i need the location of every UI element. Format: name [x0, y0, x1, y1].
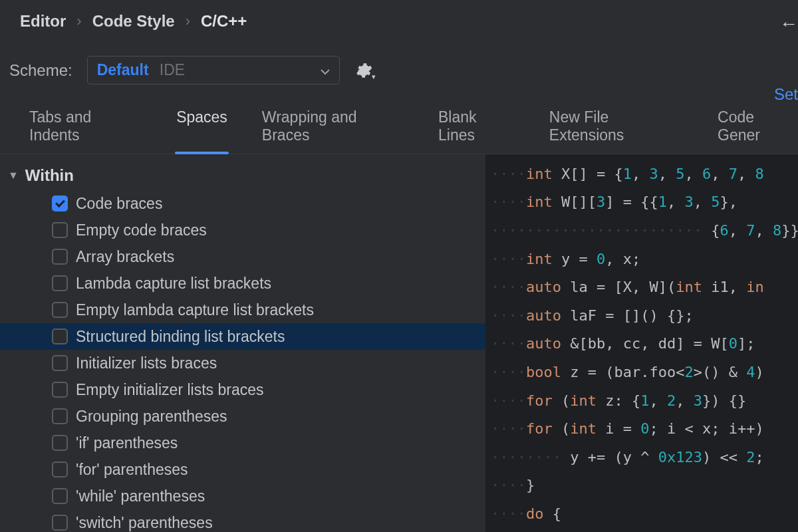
tab-code-gener[interactable]: Code Gener	[718, 103, 798, 154]
tab-spaces[interactable]: Spaces	[176, 103, 227, 154]
code-token-txt: z: {	[597, 392, 640, 409]
whitespace-dots: ····	[491, 392, 526, 409]
checkbox[interactable]	[52, 515, 68, 531]
option-label: 'for' parentheses	[76, 461, 188, 479]
code-token-num: 1	[658, 194, 667, 210]
chevron-down-icon: ▼	[8, 170, 19, 182]
code-token-num: 0x123	[658, 449, 702, 466]
option-empty-lambda-capture-list-brackets[interactable]: Empty lambda capture list brackets	[0, 297, 485, 323]
code-token-txt: ,	[755, 222, 773, 239]
option--switch-parentheses[interactable]: 'switch' parentheses	[0, 509, 485, 532]
option-label: 'if' parentheses	[76, 434, 178, 452]
code-token-txt: ,	[667, 194, 685, 210]
code-token-txt: laF = []() {};	[561, 307, 694, 324]
code-token-txt: ,	[711, 166, 729, 182]
code-token-num: 1	[623, 166, 632, 182]
code-token-num: 5	[676, 166, 684, 182]
option-initializer-lists-braces[interactable]: Initializer lists braces	[0, 350, 485, 376]
code-token-txt: X[] = {	[553, 166, 623, 182]
code-token-txt: (	[553, 420, 571, 437]
settings-gear-button[interactable]: ▾	[354, 61, 373, 80]
back-arrow-icon[interactable]: ←	[779, 13, 798, 35]
code-line: ····for (int i = 0; i < x; i++)	[485, 414, 798, 443]
option-label: Code braces	[76, 195, 162, 213]
code-token-kw: auto	[526, 279, 561, 295]
chevron-right-icon: ›	[186, 13, 190, 30]
code-token-txt: (	[553, 392, 571, 409]
code-token-txt: ];	[737, 335, 755, 352]
code-line: ····auto la = [X, W](int i1, in	[485, 273, 798, 301]
code-token-txt: la = [X, W](	[561, 279, 676, 295]
option-label: Lambda capture list brackets	[76, 275, 271, 293]
checkbox[interactable]	[52, 196, 68, 211]
option-empty-initializer-lists-braces[interactable]: Empty initializer lists braces	[0, 376, 485, 403]
code-token-txt: ,	[649, 392, 667, 409]
checkbox[interactable]	[52, 222, 68, 238]
code-token-txt: &[bb, cc, dd] = W[	[561, 335, 729, 352]
code-token-kw: in	[746, 279, 764, 295]
option-label: 'while' parentheses	[76, 487, 205, 505]
option--while-parentheses[interactable]: 'while' parentheses	[0, 483, 485, 509]
option-label: Initializer lists braces	[76, 354, 217, 372]
checkbox[interactable]	[52, 329, 68, 344]
option-empty-code-braces[interactable]: Empty code braces	[0, 217, 485, 243]
code-line: ····int W[][3] = {{1, 3, 5},	[485, 188, 798, 217]
section-header-within[interactable]: ▼ Within	[0, 162, 485, 190]
code-token-txt: y =	[553, 251, 597, 267]
scheme-label: Scheme:	[9, 61, 72, 80]
option--if-parentheses[interactable]: 'if' parentheses	[0, 430, 485, 456]
tab-wrapping-and-braces[interactable]: Wrapping and Braces	[262, 103, 404, 154]
option-label: Empty lambda capture list brackets	[76, 301, 314, 319]
option--for-parentheses[interactable]: 'for' parentheses	[0, 456, 485, 483]
code-token-num: 5	[711, 194, 720, 210]
code-token-txt: i1,	[702, 279, 746, 295]
checkbox[interactable]	[52, 355, 68, 371]
checkbox[interactable]	[52, 462, 68, 477]
code-token-kw: int	[676, 279, 702, 295]
checkbox[interactable]	[52, 275, 68, 291]
option-label: Empty code braces	[76, 221, 207, 239]
breadcrumb-item-0[interactable]: Editor	[20, 12, 66, 31]
code-token-txt: >() &	[694, 364, 746, 380]
chevron-down-icon: ▾	[372, 72, 376, 81]
gear-icon	[355, 62, 372, 79]
whitespace-dots: ····	[491, 420, 526, 437]
scheme-select[interactable]: Default IDE	[87, 56, 340, 84]
code-token-kw: int	[570, 392, 597, 409]
option-grouping-parentheses[interactable]: Grouping parentheses	[0, 403, 485, 430]
code-token-txt: {	[543, 505, 561, 522]
checkbox[interactable]	[52, 249, 68, 265]
option-array-brackets[interactable]: Array brackets	[0, 243, 485, 270]
tab-new-file-extensions[interactable]: New File Extensions	[549, 103, 683, 154]
tab-blank-lines[interactable]: Blank Lines	[438, 103, 515, 154]
code-token-num: 8	[773, 222, 781, 239]
whitespace-dots: ····	[491, 166, 526, 182]
breadcrumb-item-2: C/C++	[201, 12, 247, 31]
set-from-link[interactable]: Set	[774, 85, 798, 104]
code-token-kw: int	[526, 251, 553, 267]
option-label: Empty initializer lists braces	[76, 381, 263, 399]
checkbox[interactable]	[52, 488, 68, 504]
code-token-num: 3	[649, 166, 658, 182]
checkbox[interactable]	[52, 382, 68, 398]
code-token-num: 4	[746, 364, 755, 380]
checkbox[interactable]	[52, 302, 68, 318]
option-structured-binding-list-brackets[interactable]: Structured binding list brackets	[0, 323, 485, 350]
option-code-braces[interactable]: Code braces	[0, 190, 485, 217]
code-token-txt: ;	[755, 449, 763, 466]
code-token-txt: ] = {{	[605, 194, 658, 210]
code-token-txt: z = (bar.foo<	[561, 364, 684, 380]
whitespace-dots: ····	[491, 194, 526, 210]
code-token-num: 6	[720, 222, 728, 239]
whitespace-dots: ········	[491, 449, 561, 466]
breadcrumb-item-1[interactable]: Code Style	[92, 12, 175, 31]
code-token-kw: int	[526, 166, 553, 182]
checkbox[interactable]	[52, 408, 68, 424]
option-lambda-capture-list-brackets[interactable]: Lambda capture list brackets	[0, 270, 485, 297]
checkbox[interactable]	[52, 435, 68, 451]
code-token-kw: do	[526, 505, 544, 522]
code-token-txt: ,	[694, 194, 712, 210]
check-icon	[55, 198, 65, 207]
code-token-txt: y += (y ^	[561, 449, 658, 466]
tab-tabs-and-indents[interactable]: Tabs and Indents	[29, 103, 142, 154]
